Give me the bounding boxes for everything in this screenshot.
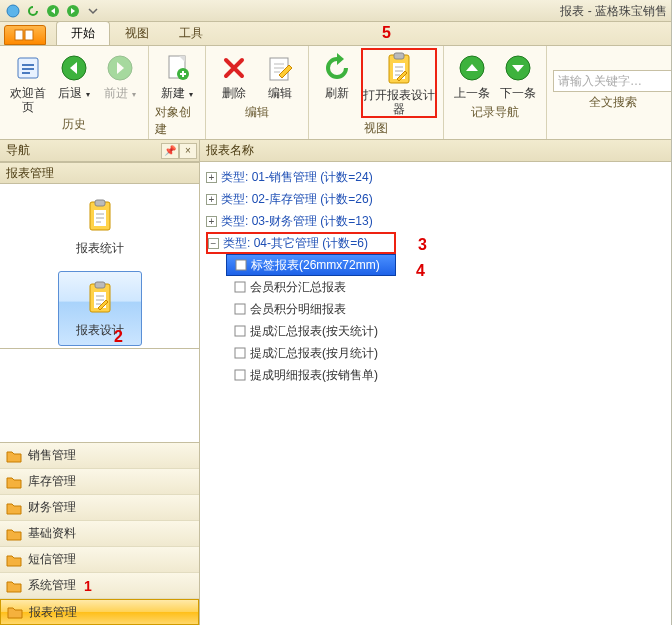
svg-rect-4 xyxy=(25,30,33,40)
dropdown-icon[interactable] xyxy=(84,2,102,20)
svg-rect-16 xyxy=(394,53,404,59)
tree-item[interactable]: 提成汇总报表(按月统计) xyxy=(206,342,671,364)
tree-group-label: 类型: 03-财务管理 (计数=13) xyxy=(221,213,373,230)
button-label: 后退 ▾ xyxy=(58,86,89,102)
report-icon xyxy=(234,303,246,315)
tree-item-label: 会员积分明细报表 xyxy=(250,301,346,318)
tab-1[interactable]: 视图 xyxy=(110,21,164,45)
tree-group[interactable]: −类型: 04-其它管理 (计数=6) xyxy=(206,232,396,254)
button-label: 编辑 xyxy=(268,86,292,102)
main-area: 导航 📌 × 报表管理 报表统计报表设计2 销售管理库存管理财务管理基础资料短信… xyxy=(0,140,671,625)
tree-group[interactable]: +类型: 02-库存管理 (计数=26) xyxy=(206,188,671,210)
card-report-design[interactable]: 报表设计 xyxy=(58,271,142,346)
expand-icon[interactable]: + xyxy=(206,172,217,183)
nav-back-icon[interactable] xyxy=(44,2,62,20)
clipboard-plain-icon xyxy=(82,196,118,238)
folder-icon xyxy=(6,449,22,463)
app-menu-button[interactable] xyxy=(4,25,46,45)
nav-forward-icon[interactable] xyxy=(64,2,82,20)
ribbon-group-4: 上一条下一条记录导航 xyxy=(444,46,547,139)
tree-item[interactable]: 提成汇总报表(按天统计) xyxy=(206,320,671,342)
folder-icon xyxy=(6,553,22,567)
svg-rect-24 xyxy=(95,282,105,288)
nav-panel: 导航 📌 × 报表管理 报表统计报表设计2 销售管理库存管理财务管理基础资料短信… xyxy=(0,140,200,625)
folder-icon xyxy=(7,605,23,619)
group-label: 历史 xyxy=(62,114,86,135)
expand-icon[interactable]: + xyxy=(206,216,217,227)
tree-item[interactable]: 会员积分明细报表 xyxy=(206,298,671,320)
sidebar-sales[interactable]: 销售管理 xyxy=(0,443,199,469)
open-designer-button[interactable]: 打开报表设计器 xyxy=(361,48,437,118)
folder-icon xyxy=(6,527,22,541)
svg-rect-27 xyxy=(235,282,245,292)
clipboard-icon xyxy=(383,54,415,86)
report-icon xyxy=(234,325,246,337)
group-label: 编辑 xyxy=(245,102,269,123)
folder-icon xyxy=(6,501,22,515)
sidebar-finance[interactable]: 财务管理 xyxy=(0,495,199,521)
svg-rect-31 xyxy=(235,370,245,380)
tab-2[interactable]: 工具 xyxy=(164,21,218,45)
nav-item-label: 基础资料 xyxy=(28,525,76,542)
folder-icon xyxy=(6,475,22,489)
delete-icon xyxy=(218,52,250,84)
refresh-button[interactable]: 刷新 xyxy=(315,48,359,118)
prev-record-button[interactable]: 上一条 xyxy=(450,48,494,102)
sidebar-inventory[interactable]: 库存管理 xyxy=(0,469,199,495)
ribbon-group-3: 刷新打开报表设计器视图 xyxy=(309,46,444,139)
collapse-icon[interactable]: − xyxy=(208,238,219,249)
nav-list: 销售管理库存管理财务管理基础资料短信管理系统管理1报表管理 xyxy=(0,442,199,625)
tree-item[interactable]: 标签报表(26mmx72mm) xyxy=(226,254,396,276)
button-label: 欢迎首页 xyxy=(6,86,50,114)
button-label: 删除 xyxy=(222,86,246,102)
nav-section-title: 报表管理 xyxy=(0,162,199,184)
next-record-button[interactable]: 下一条 xyxy=(496,48,540,102)
button-label: 下一条 xyxy=(500,86,536,102)
app-logo-icon[interactable] xyxy=(4,2,22,20)
nav-close-button[interactable]: × xyxy=(179,143,197,159)
nav-item-label: 短信管理 xyxy=(28,551,76,568)
sidebar-system[interactable]: 系统管理1 xyxy=(0,573,199,599)
card-report-stats[interactable]: 报表统计 xyxy=(58,190,142,263)
ribbon: 欢迎首页后退 ▾前进 ▾历史新建 ▾对象创建删除编辑编辑刷新打开报表设计器视图上… xyxy=(0,46,671,140)
group-label: 对象创建 xyxy=(155,102,199,140)
tree-item[interactable]: 会员积分汇总报表 xyxy=(206,276,671,298)
button-label: 打开报表设计器 xyxy=(363,88,435,116)
tree-item-label: 提成明细报表(按销售单) xyxy=(250,367,378,384)
group-label: 全文搜索 xyxy=(589,92,637,113)
down-round-icon xyxy=(502,52,534,84)
forward-round-icon xyxy=(104,52,136,84)
report-icon xyxy=(234,369,246,381)
expand-icon[interactable]: + xyxy=(206,194,217,205)
sidebar-basic-data[interactable]: 基础资料 xyxy=(0,521,199,547)
refresh-icon[interactable] xyxy=(24,2,42,20)
tree-item-label: 提成汇总报表(按月统计) xyxy=(250,345,378,362)
new-icon xyxy=(161,52,193,84)
delete-button[interactable]: 删除 xyxy=(212,48,256,102)
sidebar-sms[interactable]: 短信管理 xyxy=(0,547,199,573)
edit-button[interactable]: 编辑 xyxy=(258,48,302,102)
nav-pin-button[interactable]: 📌 xyxy=(161,143,179,159)
svg-rect-21 xyxy=(95,200,105,206)
svg-point-0 xyxy=(7,5,19,17)
tree-group[interactable]: +类型: 03-财务管理 (计数=13) xyxy=(206,210,671,232)
new-button[interactable]: 新建 ▾ xyxy=(155,48,199,102)
sidebar-reports[interactable]: 报表管理 xyxy=(0,599,199,625)
search-input[interactable]: 请输入关键字… xyxy=(553,70,672,92)
tree-item-label: 提成汇总报表(按天统计) xyxy=(250,323,378,340)
report-icon xyxy=(234,347,246,359)
home-button[interactable]: 欢迎首页 xyxy=(6,48,50,114)
annotation-3: 3 xyxy=(418,236,427,254)
tree-item[interactable]: 提成明细报表(按销售单) xyxy=(206,364,671,386)
nav-card-area: 报表统计报表设计2 xyxy=(0,184,199,349)
report-icon xyxy=(235,259,247,271)
back-round-icon xyxy=(58,52,90,84)
nav-item-label: 报表管理 xyxy=(29,604,77,621)
tree-group[interactable]: +类型: 01-销售管理 (计数=24) xyxy=(206,166,671,188)
report-icon xyxy=(234,281,246,293)
button-label: 刷新 xyxy=(325,86,349,102)
group-label: 视图 xyxy=(364,118,388,139)
back-button[interactable]: 后退 ▾ xyxy=(52,48,96,114)
tab-0[interactable]: 开始 xyxy=(56,21,110,45)
svg-rect-6 xyxy=(22,64,34,66)
